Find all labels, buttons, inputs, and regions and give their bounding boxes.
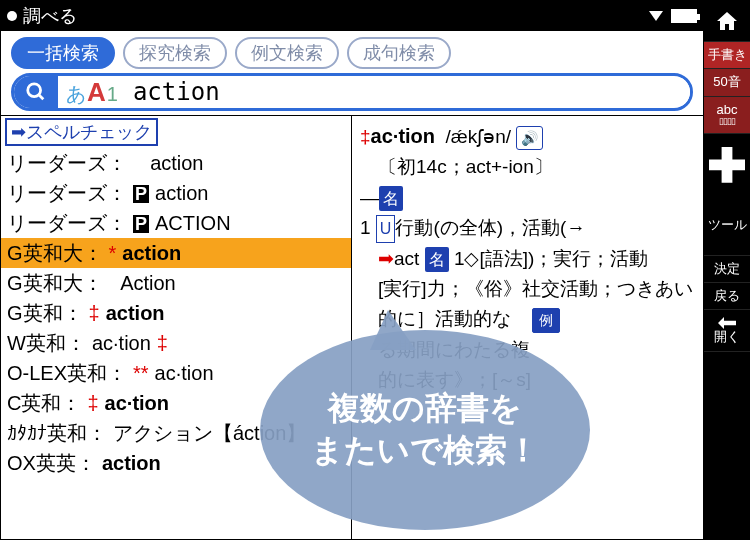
list-item[interactable]: リーダーズ： action bbox=[1, 148, 351, 178]
search-input[interactable] bbox=[127, 78, 690, 106]
pos-tag: 名 bbox=[379, 186, 403, 212]
list-item-selected[interactable]: G英和大：*action bbox=[1, 238, 351, 268]
tool-button[interactable]: ツール bbox=[704, 196, 750, 256]
status-dot bbox=[7, 11, 17, 21]
input-mode-indicator[interactable]: あA1 bbox=[58, 77, 127, 108]
open-button[interactable]: 開く bbox=[704, 310, 750, 351]
decide-button[interactable]: 決定 bbox=[704, 256, 750, 283]
list-item[interactable]: G英和大： Action bbox=[1, 268, 351, 298]
feature-callout: 複数の辞書を またいで検索！ bbox=[260, 330, 590, 530]
audio-icon[interactable]: 🔊 bbox=[516, 126, 543, 150]
back-button[interactable]: 戻る bbox=[704, 283, 750, 310]
tab-idiom-search[interactable]: 成句検索 bbox=[347, 37, 451, 69]
list-item[interactable]: リーダーズ：Paction bbox=[1, 178, 351, 208]
search-mode-tabs: 一括検索 探究検索 例文検索 成句検索 bbox=[1, 31, 703, 73]
handwriting-button[interactable]: 手書き bbox=[704, 42, 750, 69]
fifty-sounds-button[interactable]: 50音 bbox=[704, 69, 750, 96]
example-badge[interactable]: 例 bbox=[532, 308, 560, 332]
svg-point-0 bbox=[28, 84, 41, 97]
search-icon[interactable] bbox=[14, 76, 58, 108]
abc-button[interactable]: abc▯▯▯▯ bbox=[704, 97, 750, 134]
dpad[interactable] bbox=[704, 134, 750, 196]
home-button[interactable] bbox=[704, 0, 750, 42]
list-item[interactable]: G英和：‡action bbox=[1, 298, 351, 328]
tab-research-search[interactable]: 探究検索 bbox=[123, 37, 227, 69]
search-bar: あA1 bbox=[11, 73, 693, 111]
list-item[interactable]: W英和：ac·tion‡ bbox=[1, 328, 351, 358]
titlebar: 調べる bbox=[1, 1, 703, 31]
hardware-sidebar: 手書き 50音 abc▯▯▯▯ ツール 決定 戻る 開く bbox=[704, 0, 750, 540]
headword: ac·tion bbox=[371, 125, 435, 147]
list-item[interactable]: リーダーズ：PACTION bbox=[1, 208, 351, 238]
tab-batch-search[interactable]: 一括検索 bbox=[11, 37, 115, 69]
battery-icon bbox=[671, 9, 697, 23]
svg-line-1 bbox=[39, 95, 44, 100]
app-title: 調べる bbox=[23, 4, 649, 28]
spellcheck-link[interactable]: ➡スペルチェック bbox=[5, 118, 158, 146]
link-arrow-icon: ➡ bbox=[378, 248, 394, 269]
etymology: 〔初14c；act+-ion〕 bbox=[360, 152, 695, 182]
tab-example-search[interactable]: 例文検索 bbox=[235, 37, 339, 69]
download-icon bbox=[649, 11, 663, 21]
